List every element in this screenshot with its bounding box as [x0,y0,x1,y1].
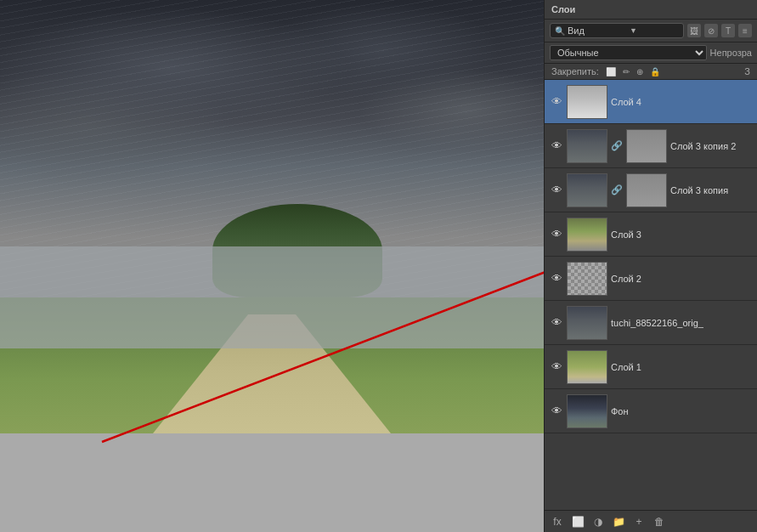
thumb-layer3copy2b [626,129,667,163]
opacity-label: Непрозра [710,48,752,58]
lock-label: Закрепить: [551,66,599,76]
lock-move-icon[interactable]: ⊕ [636,67,643,76]
thumb-layer3copyb [626,173,667,207]
adjustment-button[interactable]: ◑ [590,514,606,529]
bottom-canvas-area [0,433,544,532]
lock-bar: Закрепить: ⬜ ✏ ⊕ 🔒 З [545,64,757,80]
panel-icon-image[interactable]: 🖼 [687,24,701,37]
search-input[interactable] [568,25,627,36]
eye-icon-tuchi[interactable]: 👁 [550,316,563,329]
layer-name-layer4: Слой 4 [611,97,752,107]
search-icon: 🔍 [555,26,565,36]
fog-layer [0,246,544,348]
layer-item-layer3copy[interactable]: 👁 🔗 Слой 3 копия [545,168,757,212]
layer-name-layer2: Слой 2 [611,274,752,284]
layers-list: 👁 Слой 4 👁 🔗 Слой 3 копия 2 👁 🔗 [545,80,757,433]
eye-icon-layer3[interactable]: 👁 [550,228,563,241]
thumb-layer3copy [567,173,607,207]
search-bar: 🔍 ▼ 🖼 ⊘ T ≡ [545,20,757,42]
layer-item-layer1[interactable]: 👁 Слой 1 [545,345,757,389]
eye-icon-layer2[interactable]: 👁 [550,272,563,285]
layer-item-tuchi[interactable]: 👁 tuchi_88522166_orig_ [545,301,757,345]
eye-icon-layer4[interactable]: 👁 [550,95,563,108]
mask-button[interactable]: ⬜ [570,514,585,529]
layer-item-layer3[interactable]: 👁 Слой 3 [545,212,757,257]
panel-icon-text[interactable]: T [721,24,735,37]
layer-item-layer2[interactable]: 👁 Слой 2 [545,257,757,301]
layer-name-layer3copy2: Слой 3 копия 2 [670,141,752,151]
link-icon-layer3copy2: 🔗 [611,140,623,151]
link-icon-layer3copy: 🔗 [611,184,623,195]
layer-item-layer4[interactable]: 👁 Слой 4 [545,80,757,124]
layer-name-tuchi: tuchi_88522166_orig_ [611,318,752,328]
canvas-area [0,0,544,532]
delete-layer-button[interactable]: 🗑 [652,514,667,529]
blend-bar: Обычные Непрозра [545,42,757,64]
thumb-layer1 [567,350,607,384]
eye-icon-layer3copy[interactable]: 👁 [550,184,563,196]
group-button[interactable]: 📁 [611,514,626,529]
panel-icon-circle[interactable]: ⊘ [704,24,718,37]
panel-icons: 🖼 ⊘ T ≡ [687,24,752,37]
layer-name-layer3: Слой 3 [611,229,752,240]
search-dropdown-icon: ▼ [630,26,637,35]
lock-all-icon[interactable]: 🔒 [650,67,660,76]
panel-title: Слои [551,4,575,14]
layer-item-layer3copy2[interactable]: 👁 🔗 Слой 3 копия 2 [545,124,757,168]
thumb-tuchi [567,306,607,340]
eye-icon-layer3copy2[interactable]: 👁 [550,139,563,152]
fill-label: З [744,66,750,76]
search-input-wrap[interactable]: 🔍 ▼ [550,23,684,38]
thumb-layer4 [567,85,607,119]
eye-icon-layer1[interactable]: 👁 [550,360,563,373]
thumb-fon [567,394,607,428]
thumb-layer3copy2 [567,129,607,163]
thumb-layer3 [567,218,607,252]
layers-panel: Слои 🔍 ▼ 🖼 ⊘ T ≡ Обычные Непрозра Закреп… [544,0,757,532]
layer-name-layer3copy: Слой 3 копия [670,185,752,195]
fx-button[interactable]: fx [550,514,565,529]
new-layer-button[interactable]: + [631,514,647,529]
layers-toolbar: fx ⬜ ◑ 📁 + 🗑 [545,510,757,532]
panel-header: Слои [545,0,757,20]
layer-name-layer1: Слой 1 [611,362,752,372]
panel-icon-menu[interactable]: ≡ [738,24,752,37]
layer-item-fon[interactable]: 👁 Фон [545,389,757,433]
layer-name-fon: Фон [611,406,752,416]
lock-position-icon[interactable]: ✏ [623,67,630,76]
blend-mode-select[interactable]: Обычные [550,45,707,60]
thumb-layer2 [567,262,607,296]
eye-icon-fon[interactable]: 👁 [550,405,563,417]
lock-pixels-icon[interactable]: ⬜ [606,67,616,76]
